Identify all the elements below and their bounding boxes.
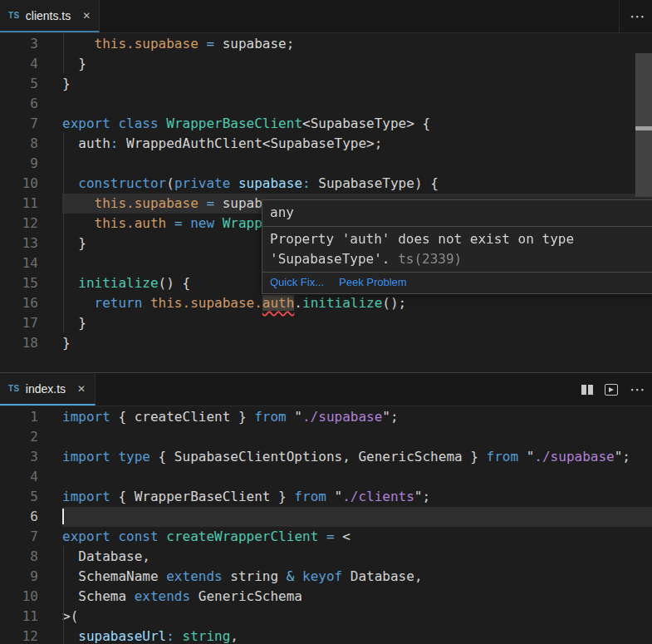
line-number[interactable]: 5 xyxy=(0,487,38,507)
code-token: : xyxy=(302,175,311,191)
line-number[interactable]: 14 xyxy=(0,253,38,273)
line-number[interactable]: 6 xyxy=(0,507,38,527)
code-token: WrappedAuthClient<SupabaseType>; xyxy=(118,135,382,151)
code-line[interactable]: 6 xyxy=(0,94,652,114)
line-number[interactable]: 2 xyxy=(0,427,38,447)
code-line[interactable]: 3 this.supabase = supabase; xyxy=(0,34,652,54)
code-line[interactable]: 9 SchemaName extends string & keyof Data… xyxy=(0,567,652,587)
scrollbar[interactable] xyxy=(635,53,652,197)
code-token: = xyxy=(206,36,214,52)
code-line[interactable]: 3import type { SupabaseClientOptions, Ge… xyxy=(0,447,652,467)
code-token: initialize xyxy=(302,295,382,311)
code-line[interactable]: 8 auth: WrappedAuthClient<SupabaseType>; xyxy=(0,134,652,154)
code-token: GenericSchema xyxy=(190,588,302,604)
code-line[interactable]: 4 } xyxy=(0,54,652,74)
code-token: " xyxy=(287,409,302,425)
line-number[interactable]: 1 xyxy=(0,407,38,427)
code-token xyxy=(142,295,150,311)
code-content: import { createClient } from "./supabase… xyxy=(62,407,652,427)
code-line[interactable]: 11>( xyxy=(0,607,652,627)
code-token: private xyxy=(174,175,230,191)
line-number[interactable]: 18 xyxy=(0,333,38,353)
line-number[interactable]: 6 xyxy=(0,94,38,114)
line-number[interactable]: 5 xyxy=(0,74,38,94)
code-token xyxy=(62,215,95,231)
line-number[interactable]: 4 xyxy=(0,467,38,487)
line-number[interactable]: 17 xyxy=(0,313,38,333)
code-token: = xyxy=(174,215,183,231)
line-number[interactable]: 10 xyxy=(0,174,38,194)
peek-problem-link[interactable]: Peek Problem xyxy=(339,276,407,290)
code-line[interactable]: 10 Schema extends GenericSchema xyxy=(0,587,652,607)
code-line[interactable]: 1import { createClient } from "./supabas… xyxy=(0,407,652,427)
code-line[interactable]: 16 return this.supabase.auth.initialize(… xyxy=(0,293,652,313)
line-number[interactable]: 13 xyxy=(0,234,38,253)
split-editor-icon[interactable] xyxy=(581,385,593,395)
quick-fix-link[interactable]: Quick Fix... xyxy=(270,276,324,290)
line-number[interactable]: 12 xyxy=(0,627,38,644)
code-editor-index[interactable]: 1import { createClient } from "./supabas… xyxy=(0,406,652,644)
tab-index-ts[interactable]: TS index.ts ✕ xyxy=(0,373,96,406)
line-number[interactable]: 11 xyxy=(0,607,38,627)
line-number[interactable]: 4 xyxy=(0,54,38,74)
code-token: from xyxy=(294,489,326,504)
line-number[interactable]: 3 xyxy=(0,447,38,467)
code-token xyxy=(318,528,326,544)
line-number[interactable]: 9 xyxy=(0,154,38,174)
line-number[interactable]: 3 xyxy=(0,34,38,54)
code-content xyxy=(62,507,652,527)
code-line[interactable]: 6 xyxy=(0,507,652,527)
code-token: ./clients xyxy=(342,489,414,504)
code-token: string xyxy=(223,568,287,584)
code-line[interactable]: 8 Database, xyxy=(0,547,652,567)
more-actions-icon[interactable]: ⋯ xyxy=(630,381,645,397)
code-content: auth: WrappedAuthClient<SupabaseType>; xyxy=(62,134,652,154)
code-content: >( xyxy=(62,607,652,627)
code-line[interactable]: 17 } xyxy=(0,313,652,333)
code-line[interactable]: 9 xyxy=(0,154,652,174)
error-code: ts(2339) xyxy=(398,251,462,267)
code-token: WrapperBaseClient xyxy=(166,116,302,131)
code-token: SupabaseType) { xyxy=(311,175,439,191)
code-token: from xyxy=(254,409,287,425)
more-actions-icon[interactable]: ⋯ xyxy=(630,8,645,24)
code-line[interactable]: 7export class WrapperBaseClient<Supabase… xyxy=(0,114,652,134)
line-number[interactable]: 8 xyxy=(0,547,38,567)
line-number[interactable]: 10 xyxy=(0,587,38,607)
code-content: } xyxy=(62,54,652,74)
code-line[interactable]: 4 xyxy=(0,467,652,487)
code-content: } xyxy=(62,333,652,353)
code-line[interactable]: 5} xyxy=(0,74,652,94)
code-token: supabaseUrl xyxy=(78,628,166,644)
line-number[interactable]: 12 xyxy=(0,214,38,234)
code-token: "; xyxy=(615,449,630,465)
close-tab-icon[interactable]: ✕ xyxy=(77,383,86,395)
code-token xyxy=(62,628,78,644)
tab-clients-ts[interactable]: TS clients.ts ✕ xyxy=(0,0,100,32)
line-number[interactable]: 8 xyxy=(0,134,38,154)
code-content: supabaseUrl: string, xyxy=(62,627,652,644)
line-number[interactable]: 11 xyxy=(0,194,38,214)
code-content: import { WrapperBaseClient } from "./cli… xyxy=(62,487,652,507)
line-number[interactable]: 9 xyxy=(0,567,38,587)
line-number[interactable]: 7 xyxy=(0,527,38,547)
code-token xyxy=(159,528,167,544)
code-content: Database, xyxy=(62,547,652,567)
code-token: SchemaName xyxy=(62,568,166,584)
run-icon[interactable] xyxy=(605,384,618,396)
code-token: string xyxy=(183,628,231,644)
code-token xyxy=(294,568,302,584)
line-number[interactable]: 7 xyxy=(0,114,38,134)
code-line[interactable]: 5import { WrapperBaseClient } from "./cl… xyxy=(0,487,652,507)
code-token: { SupabaseClientOptions, GenericSchema } xyxy=(150,449,487,465)
code-content: SchemaName extends string & keyof Databa… xyxy=(62,567,652,587)
code-line[interactable]: 2 xyxy=(0,427,652,447)
code-line[interactable]: 12 supabaseUrl: string, xyxy=(0,627,652,644)
code-line[interactable]: 10 constructor(private supabase: Supabas… xyxy=(0,174,652,194)
code-line[interactable]: 7export const createWrapperClient = < xyxy=(0,527,652,547)
code-line[interactable]: 18} xyxy=(0,333,652,353)
line-number[interactable]: 15 xyxy=(0,273,38,293)
line-number[interactable]: 16 xyxy=(0,293,38,313)
close-tab-icon[interactable]: ✕ xyxy=(82,10,91,22)
code-token: & xyxy=(287,568,295,584)
